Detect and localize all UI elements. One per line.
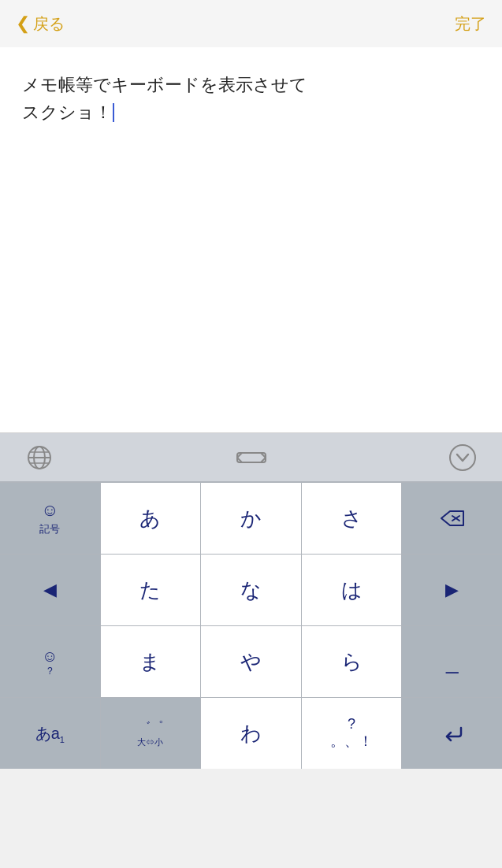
key-ha-label: は	[341, 577, 363, 604]
globe-icon	[26, 444, 53, 471]
right-arrow-icon: ▶	[445, 580, 459, 600]
return-icon	[441, 724, 464, 743]
key-wa-label: わ	[240, 720, 262, 747]
key-ra-label: ら	[341, 648, 363, 676]
key-return[interactable]	[402, 698, 502, 769]
underscore-label: _	[446, 649, 459, 674]
key-dakuten[interactable]: ゛゜ 大⇔小	[101, 698, 202, 769]
key-sa-label: さ	[341, 505, 363, 532]
key-ka[interactable]: か	[201, 483, 302, 554]
key-kigou[interactable]: ☺ 記号	[0, 483, 101, 554]
key-ma[interactable]: ま	[101, 626, 202, 697]
key-ta-label: た	[139, 577, 161, 604]
key-underscore[interactable]: _	[402, 626, 502, 697]
key-ta[interactable]: た	[101, 555, 202, 625]
svg-point-10	[450, 445, 475, 470]
key-punctuation[interactable]: ? 。、！	[302, 698, 403, 769]
key-ya[interactable]: や	[201, 626, 302, 697]
key-left-arrow[interactable]: ◀	[0, 555, 101, 625]
key-ka-label: か	[240, 505, 262, 532]
keyboard-row-3: ☺ ? ま や ら _	[0, 625, 502, 697]
resize-button[interactable]	[236, 442, 267, 473]
key-ha[interactable]: は	[302, 555, 403, 625]
key-ma-label: ま	[139, 648, 161, 676]
chevron-left-icon: ❮	[16, 13, 30, 34]
key-ya-label: や	[240, 648, 262, 676]
back-button[interactable]: ❮ 戻る	[16, 13, 65, 35]
text-editor[interactable]: メモ帳等でキーボードを表示させて スクショ！	[0, 47, 502, 433]
backspace-icon	[440, 509, 465, 528]
key-na-label: な	[240, 577, 262, 604]
text-cursor	[113, 103, 114, 122]
done-button[interactable]: 完了	[455, 13, 486, 35]
text-content: メモ帳等でキーボードを表示させて スクショ！	[22, 71, 480, 126]
key-wa[interactable]: わ	[201, 698, 302, 769]
dismiss-button[interactable]	[447, 442, 478, 473]
key-a[interactable]: あ	[101, 483, 202, 554]
globe-button[interactable]	[24, 442, 55, 473]
text-line2: スクショ！	[22, 102, 112, 122]
keyboard: ☺ 記号 あ か さ ◀ た な は	[0, 482, 502, 769]
keyboard-row-1: ☺ 記号 あ か さ	[0, 482, 502, 554]
nav-bar: ❮ 戻る 完了	[0, 0, 502, 47]
key-emoji-question[interactable]: ☺ ?	[0, 626, 101, 697]
key-backspace[interactable]	[402, 483, 502, 554]
key-right-arrow[interactable]: ▶	[402, 555, 502, 625]
key-ra[interactable]: ら	[302, 626, 403, 697]
left-arrow-icon: ◀	[43, 580, 57, 600]
key-a-label: あ	[139, 505, 161, 532]
text-line1: メモ帳等でキーボードを表示させて	[22, 75, 307, 95]
keyboard-row-4: あa1 ゛゜ 大⇔小 わ ? 。、！	[0, 697, 502, 769]
back-label: 戻る	[33, 13, 65, 35]
key-sa[interactable]: さ	[302, 483, 403, 554]
key-na[interactable]: な	[201, 555, 302, 625]
keyboard-row-2: ◀ た な は ▶	[0, 554, 502, 625]
resize-icon	[236, 447, 267, 469]
dismiss-icon	[448, 443, 477, 472]
key-aa[interactable]: あa1	[0, 698, 101, 769]
keyboard-toolbar	[0, 433, 502, 482]
